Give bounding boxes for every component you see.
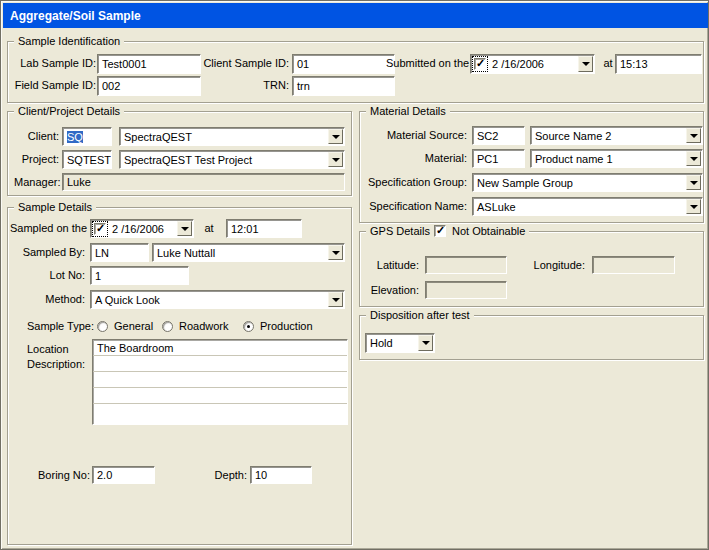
radio-general[interactable]: General: [97, 319, 153, 333]
specification-group-combo[interactable]: New Sample Group: [472, 173, 703, 192]
depth-input[interactable]: 10: [250, 466, 312, 484]
client-sample-id-value: 01: [297, 58, 309, 70]
disposition-dropdown-icon[interactable]: [418, 335, 433, 351]
sampled-by-name-value: Luke Nuttall: [157, 247, 215, 259]
lab-sample-id-value: Test0001: [102, 58, 147, 70]
client-dropdown-icon[interactable]: [328, 129, 343, 144]
specification-group-label: Specification Group:: [365, 173, 467, 192]
material-label: Material:: [365, 149, 467, 168]
location-label-line2: Description:: [27, 357, 97, 371]
lot-no-value: 1: [95, 270, 101, 282]
submitted-date-checkbox-icon[interactable]: [474, 58, 486, 70]
client-name-combo[interactable]: SpectraQEST: [119, 127, 345, 146]
disposition-value: Hold: [370, 337, 393, 349]
trn-value: trn: [297, 80, 310, 92]
submitted-time-value: 15:13: [620, 58, 648, 70]
location-label-line1: Location: [27, 342, 97, 356]
client-label: Client:: [14, 127, 59, 146]
client-code-input[interactable]: SQ: [62, 127, 112, 146]
location-description-line[interactable]: [93, 404, 347, 420]
location-description-line[interactable]: The Boardroom: [93, 340, 347, 356]
method-value: A Quick Look: [95, 294, 160, 306]
material-name-value: Product name 1: [535, 153, 613, 165]
client-name-value: SpectraQEST: [124, 131, 192, 143]
radio-roadwork[interactable]: Roadwork: [162, 319, 229, 333]
material-source-code-value: SC2: [477, 130, 498, 142]
longitude-label: Longitude:: [525, 256, 585, 275]
group-client-project-details: Client/Project Details Client: SQ Spectr…: [7, 111, 352, 196]
sampled-time-value: 12:01: [231, 223, 259, 235]
project-name-combo[interactable]: SpectraQEST Test Project: [119, 150, 345, 169]
material-source-code-input[interactable]: SC2: [472, 126, 525, 145]
location-description-textarea[interactable]: The Boardroom: [92, 339, 348, 425]
lot-no-label: Lot No:: [10, 266, 85, 285]
specification-name-dropdown-icon[interactable]: [686, 199, 701, 214]
boring-no-label: Boring No:: [10, 466, 90, 485]
project-code-value: SQTEST: [67, 154, 111, 166]
specification-name-combo[interactable]: ASLuke: [472, 197, 703, 216]
manager-label: Manager:: [14, 173, 59, 192]
lab-sample-id-input[interactable]: Test0001: [97, 54, 201, 74]
location-description-line[interactable]: [93, 372, 347, 388]
radio-general-label: General: [114, 320, 153, 332]
sampled-by-dropdown-icon[interactable]: [328, 245, 343, 260]
method-label: Method:: [10, 290, 85, 309]
submitted-date-picker[interactable]: 2 /16/2006: [470, 54, 595, 74]
submitted-at-label: at: [600, 54, 616, 73]
submitted-time-input[interactable]: 15:13: [615, 54, 702, 74]
manager-value: Luke: [67, 176, 91, 188]
field-sample-id-input[interactable]: 002: [97, 76, 201, 96]
group-sample-details: Sample Details Sampled on the 2 /16/2006…: [7, 207, 352, 545]
specification-group-dropdown-icon[interactable]: [686, 175, 701, 190]
depth-value: 10: [255, 469, 267, 481]
material-source-name-combo[interactable]: Source Name 2: [530, 126, 703, 145]
group-title: Material Details: [366, 104, 450, 118]
group-sample-identification: Sample Identification Lab Sample ID: Tes…: [7, 41, 704, 103]
sampled-date-dropdown-icon[interactable]: [177, 221, 192, 236]
trn-input[interactable]: trn: [292, 76, 395, 96]
method-dropdown-icon[interactable]: [328, 292, 343, 307]
radio-roadwork-icon: [162, 321, 173, 332]
group-title: GPS Details: [366, 224, 434, 238]
radio-roadwork-label: Roadwork: [179, 320, 229, 332]
client-code-value: SQ: [67, 131, 83, 143]
material-dropdown-icon[interactable]: [686, 151, 701, 166]
submitted-on-label: Submitted on the: [386, 54, 468, 73]
manager-readonly-field: Luke: [62, 173, 345, 191]
sampled-by-code-input[interactable]: LN: [90, 243, 149, 262]
field-sample-id-value: 002: [102, 80, 120, 92]
aggregate-soil-sample-window: Aggregate/Soil Sample Sample Identificat…: [0, 0, 709, 550]
project-name-value: SpectraQEST Test Project: [124, 154, 252, 166]
group-title: Sample Details: [14, 200, 96, 214]
sampled-by-label: Sampled By:: [10, 243, 85, 262]
sampled-date-picker[interactable]: 2 /16/2006: [90, 219, 194, 238]
window-titlebar: Aggregate/Soil Sample: [3, 3, 708, 28]
trn-label: TRN:: [228, 76, 289, 95]
submitted-date-dropdown-icon[interactable]: [578, 56, 593, 72]
material-source-dropdown-icon[interactable]: [686, 128, 701, 143]
project-label: Project:: [14, 150, 59, 169]
sampled-date-value: 2 /16/2006: [112, 223, 164, 235]
material-code-input[interactable]: PC1: [472, 149, 525, 168]
client-sample-id-label: Client Sample ID:: [188, 54, 289, 73]
sampled-by-name-combo[interactable]: Luke Nuttall: [152, 243, 345, 262]
project-dropdown-icon[interactable]: [328, 152, 343, 167]
boring-no-value: 2.0: [97, 469, 112, 481]
location-description-line[interactable]: [93, 388, 347, 404]
material-name-combo[interactable]: Product name 1: [530, 149, 703, 168]
not-obtainable-checkbox-icon: [434, 225, 446, 237]
client-sample-id-input[interactable]: 01: [292, 54, 395, 74]
boring-no-input[interactable]: 2.0: [92, 466, 155, 484]
group-title: Sample Identification: [14, 34, 124, 48]
method-combo[interactable]: A Quick Look: [90, 290, 345, 309]
location-description-line[interactable]: [93, 356, 347, 372]
lot-no-input[interactable]: 1: [90, 266, 189, 285]
project-code-input[interactable]: SQTEST: [62, 150, 112, 169]
not-obtainable-label: Not Obtainable: [452, 225, 525, 237]
disposition-combo[interactable]: Hold: [365, 333, 435, 353]
not-obtainable-checkbox[interactable]: Not Obtainable: [430, 225, 529, 237]
elevation-label: Elevation:: [365, 281, 419, 300]
sampled-date-checkbox-icon[interactable]: [94, 223, 106, 235]
radio-production[interactable]: Production: [243, 319, 313, 333]
sampled-time-input[interactable]: 12:01: [226, 219, 302, 238]
